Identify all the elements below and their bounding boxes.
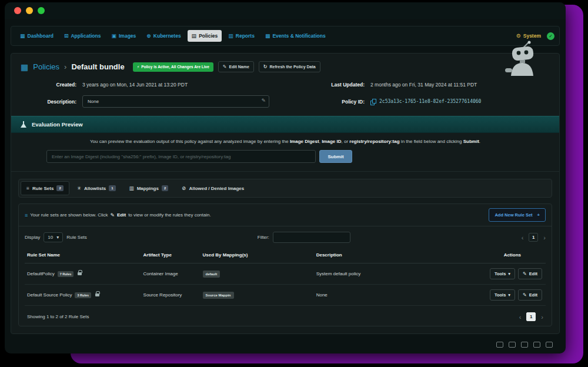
instr-bold-image-id: Image ID xyxy=(322,139,341,144)
allowlists-icon: ✳ xyxy=(77,185,81,191)
policies-folder-icon: ▦ xyxy=(21,62,28,72)
flask-icon xyxy=(21,121,26,128)
nav-item-images[interactable]: ▣ Images xyxy=(107,30,140,42)
policy-active-badge: ⚡ Policy is Active, All Changes Are Live xyxy=(133,62,213,72)
mappings-icon: ▥ xyxy=(129,185,134,191)
rule-sets-table: Rule Set Name Artifact Type Used By Mapp… xyxy=(19,247,552,326)
nav-item-policies[interactable]: ▤ Policies xyxy=(188,30,222,42)
pagination-prev-icon[interactable]: ‹ xyxy=(519,313,522,321)
add-new-rule-set-button[interactable]: Add New Rule Set + xyxy=(489,208,546,222)
footer-social-icon[interactable] xyxy=(533,342,540,348)
evaluation-preview-body: You can preview the evaluation output of… xyxy=(11,133,559,172)
refresh-policy-button[interactable]: ↻ Refresh the Policy Data xyxy=(259,61,320,72)
nav-label: Applications xyxy=(71,33,101,39)
nav-label: Dashboard xyxy=(28,33,54,39)
tab-count-badge: 1 xyxy=(109,185,115,191)
image-digest-input[interactable] xyxy=(46,150,316,163)
edit-rule-set-button[interactable]: ✎ Edit xyxy=(518,268,542,279)
artifact-type-cell: Container Image xyxy=(143,271,203,276)
nav-label: Events & Notifications xyxy=(272,33,325,39)
lock-icon xyxy=(78,272,82,275)
tab-allowed-denied-images[interactable]: ⊘ Allowed / Denied Images xyxy=(176,181,250,195)
tab-label: Rule Sets xyxy=(32,186,54,191)
note-text: Your rule sets are shown below. Click xyxy=(30,212,108,218)
pagination-prev-icon[interactable]: ‹ xyxy=(522,234,524,241)
zoom-window-button[interactable] xyxy=(38,7,45,14)
nav-item-system[interactable]: ⚙ System xyxy=(516,33,541,39)
rule-set-name: DefaultPolicy xyxy=(27,271,55,276)
pencil-icon: ✎ xyxy=(523,292,527,298)
tab-label: Allowlists xyxy=(84,186,106,191)
last-updated-value: 2 months ago on Fri, 31 May 2024 at 11:5… xyxy=(370,82,477,88)
plus-icon: + xyxy=(537,212,540,218)
pagination-page-1[interactable]: 1 xyxy=(526,312,536,321)
tab-label: Mappings xyxy=(137,186,159,191)
actions-cell: Tools ▾ ✎ Edit xyxy=(482,268,543,279)
actions-cell: Tools ▾ ✎ Edit xyxy=(482,289,543,301)
description-input[interactable] xyxy=(82,95,269,108)
note-text: to view or modify the rules they contain… xyxy=(128,212,211,218)
pencil-icon: ✎ xyxy=(523,271,527,276)
nav-item-kubernetes[interactable]: ⊛ Kubernetes xyxy=(142,30,185,42)
created-field: Created: 3 years ago on Mon, 14 Jun 2021… xyxy=(21,82,301,88)
pagination-page-1[interactable]: 1 xyxy=(529,233,538,242)
edit-name-button[interactable]: ✎ Edit Name xyxy=(218,61,254,72)
pencil-icon: ✎ xyxy=(223,64,227,69)
footer-social-icon[interactable] xyxy=(546,342,553,348)
tools-label: Tools xyxy=(495,292,506,298)
copy-icon[interactable] xyxy=(370,99,376,105)
edit-name-label: Edit Name xyxy=(229,65,249,69)
filter-group: Filter: xyxy=(258,232,350,243)
edit-rule-set-button[interactable]: ✎ Edit xyxy=(518,289,542,301)
footer-social-icon[interactable] xyxy=(521,342,528,348)
nav-right-group: ⚙ System ✓ xyxy=(516,32,554,40)
tab-mappings[interactable]: ▥ Mappings 2 xyxy=(123,181,175,195)
system-health-badge[interactable]: ✓ xyxy=(547,32,554,40)
display-suffix: Rule Sets xyxy=(66,235,87,240)
mapping-badge: Source Mappin xyxy=(203,292,234,299)
instr-text: in the field below and clicking xyxy=(400,139,463,144)
page-size-select[interactable]: 10 ▾ xyxy=(44,232,63,242)
applications-icon: ⊞ xyxy=(64,33,69,39)
edit-description-icon[interactable]: ✎ xyxy=(261,98,266,104)
nav-item-reports[interactable]: ▥ Reports xyxy=(224,30,259,42)
minimize-window-button[interactable] xyxy=(26,7,33,14)
pagination-next-icon[interactable]: › xyxy=(541,313,543,321)
description-input-wrap: ✎ xyxy=(82,95,269,108)
note-edit-word: Edit xyxy=(117,212,126,218)
mappings-cell: default xyxy=(203,271,316,278)
nav-label: Reports xyxy=(236,33,255,39)
close-window-button[interactable] xyxy=(14,7,21,14)
nav-item-dashboard[interactable]: ▦ Dashboard xyxy=(16,30,58,42)
col-description: Description xyxy=(316,252,482,258)
filter-input[interactable] xyxy=(273,232,350,243)
breadcrumb-policies-link[interactable]: Policies xyxy=(33,62,59,71)
tools-label: Tools xyxy=(495,271,506,276)
rule-set-name-cell: Default Source Policy 3 Rules xyxy=(27,292,143,298)
pagination-next-icon[interactable]: › xyxy=(543,234,546,241)
policy-id-label: Policy ID: xyxy=(301,99,370,105)
instr-bold-repo-tag: registry/repository:tag xyxy=(349,139,399,144)
refresh-icon: ↻ xyxy=(263,64,268,69)
card-header: ▦ Policies › Default bundle ⚡ Policy is … xyxy=(11,54,559,77)
tools-dropdown-button[interactable]: Tools ▾ xyxy=(490,268,515,279)
nav-item-applications[interactable]: ⊞ Applications xyxy=(60,30,105,42)
rules-count-badge: 3 Rules xyxy=(75,292,91,298)
pencil-icon: ✎ xyxy=(110,212,115,218)
tab-count-badge: 2 xyxy=(56,185,63,191)
nav-item-events-notifications[interactable]: ▩ Events & Notifications xyxy=(261,30,330,42)
allowed-denied-icon: ⊘ xyxy=(182,185,186,191)
footer-social-icon[interactable] xyxy=(509,342,516,348)
breadcrumb-separator-icon: › xyxy=(64,62,66,71)
instr-text: , or xyxy=(341,139,349,144)
tab-rule-sets[interactable]: ≡ Rule Sets 2 xyxy=(21,181,69,195)
submit-button[interactable]: Submit xyxy=(319,150,352,163)
footer-social-icon[interactable] xyxy=(496,342,503,348)
description-label: Description: xyxy=(21,99,82,105)
page-size-value: 10 xyxy=(48,235,53,240)
table-controls-row: Display 10 ▾ Rule Sets Filter: ‹ 1 › xyxy=(19,226,552,247)
tools-dropdown-button[interactable]: Tools ▾ xyxy=(490,289,515,301)
tab-label: Allowed / Denied Images xyxy=(189,186,244,191)
tab-allowlists[interactable]: ✳ Allowlists 1 xyxy=(71,181,122,195)
display-group: Display 10 ▾ Rule Sets xyxy=(25,232,87,242)
